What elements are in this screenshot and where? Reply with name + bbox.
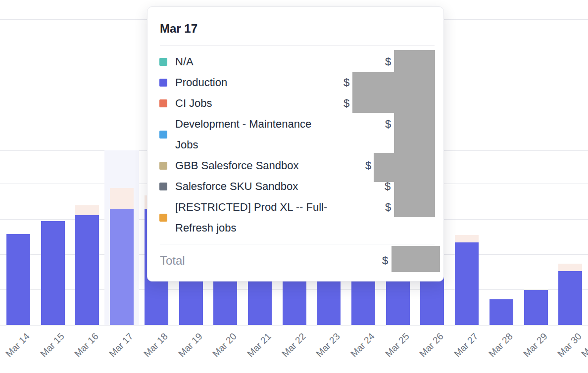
x-axis-label: Mar 18 [142, 331, 170, 359]
redacted-value-box [374, 153, 394, 182]
x-axis-label: Mar 25 [383, 331, 411, 359]
salesforce-sku-sandbox-swatch-icon [159, 183, 167, 190]
total-label: Total [160, 254, 185, 267]
gbb-salesforce-sandbox-label: GBB Salesforce Sandbox [175, 155, 298, 176]
bar-segment-production[interactable] [75, 215, 99, 325]
bar-segment-production[interactable] [524, 290, 548, 325]
restricted-prod-xl-full-refresh-jobs-label: [RESTRICTED] Prod XL -- Full-Refresh job… [175, 197, 327, 238]
development-maintenance-jobs-label: Development - MaintenanceJobs [175, 114, 311, 155]
gbb-salesforce-sandbox-swatch-icon [159, 162, 167, 170]
restricted-prod-xl-full-refresh-jobs-currency-sign: $ [385, 197, 391, 218]
bar-segment-production[interactable] [455, 242, 479, 325]
bar-segment-ci-jobs[interactable] [455, 235, 479, 242]
bar-segment-ci-jobs[interactable] [110, 188, 134, 209]
x-axis-label: Mar 27 [452, 331, 480, 359]
x-axis-label: Mar 15 [38, 331, 66, 359]
na-label: N/A [175, 51, 194, 72]
redacted-value-box [394, 50, 435, 217]
bar-segment-production[interactable] [41, 221, 65, 325]
x-axis-label: Mar 26 [418, 331, 446, 359]
x-axis-label: Mar 28 [487, 331, 515, 359]
gbb-salesforce-sandbox-currency-sign: $ [365, 155, 371, 176]
ci-jobs-label: CI Jobs [175, 93, 212, 114]
na-currency-sign: $ [385, 51, 391, 72]
production-currency-sign: $ [343, 72, 349, 93]
x-axis-label: Mar 19 [176, 331, 204, 359]
production-label: Production [175, 72, 227, 93]
bar-segment-production[interactable] [6, 234, 30, 325]
chart-tooltip: Mar 17 N/A$Production$CI Jobs$Developmen… [147, 6, 444, 281]
x-axis-label: Mar 23 [314, 331, 342, 359]
ci-jobs-swatch-icon [159, 99, 167, 107]
restricted-prod-xl-full-refresh-jobs-swatch-icon [159, 214, 167, 222]
x-axis-label: Mar 24 [348, 331, 377, 359]
bar-segment-production[interactable] [110, 209, 134, 325]
x-axis-label: Mar 30 [555, 331, 584, 359]
production-swatch-icon [159, 79, 167, 87]
tooltip-title: Mar 17 [160, 22, 197, 36]
daily-cost-chart: Mar 14Mar 15Mar 16Mar 17Mar 18Mar 19Mar … [0, 0, 588, 373]
salesforce-sku-sandbox-label: Salesforce SKU Sandbox [175, 176, 298, 197]
x-axis-label: Mar 29 [521, 331, 549, 359]
bar-segment-ci-jobs[interactable] [75, 205, 99, 215]
tooltip-total-divider [160, 244, 435, 244]
bar-segment-ci-jobs[interactable] [558, 264, 582, 271]
x-axis-label: Mar 16 [73, 331, 101, 359]
x-axis-label: Mar 22 [280, 331, 308, 359]
bar-segment-production[interactable] [490, 299, 513, 325]
na-swatch-icon [159, 58, 167, 66]
x-axis-label: Mar 21 [245, 331, 273, 359]
redacted-value-box [352, 72, 394, 113]
tooltip-header-divider [160, 45, 435, 46]
development-maintenance-jobs-swatch-icon [159, 131, 167, 139]
x-axis-label: Mar 14 [3, 331, 32, 359]
bar-segment-production[interactable] [558, 271, 582, 325]
total-currency-sign: $ [382, 250, 388, 271]
x-axis-label: Mar 20 [210, 331, 239, 359]
x-axis-line [0, 325, 588, 326]
redacted-value-box [392, 246, 440, 272]
development-maintenance-jobs-currency-sign: $ [385, 114, 391, 135]
ci-jobs-currency-sign: $ [343, 93, 349, 114]
x-axis-label: Mar 17 [107, 331, 135, 359]
